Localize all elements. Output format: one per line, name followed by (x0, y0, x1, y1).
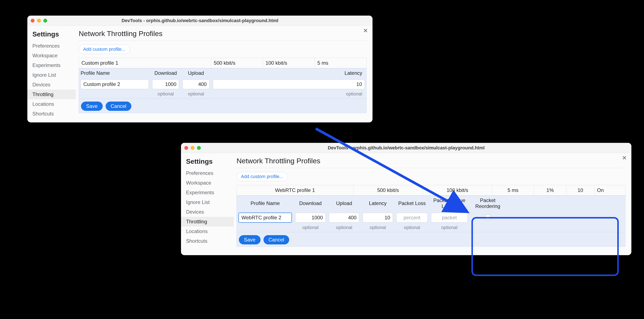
sidebar-item-experiments[interactable]: Experiments (181, 188, 234, 197)
sidebar-item-throttling[interactable]: Throttling (27, 90, 76, 99)
sidebar-item-devices[interactable]: Devices (27, 80, 76, 90)
sidebar-item-workspace[interactable]: Workspace (27, 51, 76, 61)
cancel-button[interactable]: Cancel (106, 102, 132, 111)
latency-input[interactable] (362, 213, 393, 222)
sidebar-item-locations[interactable]: Locations (27, 99, 76, 109)
cancel-button[interactable]: Cancel (264, 235, 290, 244)
profile-upload-cell: 100 kbit/s (263, 58, 315, 68)
sidebar-item-ignore-list[interactable]: Ignore List (181, 197, 234, 207)
save-button[interactable]: Save (239, 235, 260, 244)
sidebar-item-preferences[interactable]: Preferences (27, 41, 76, 51)
sidebar-item-devices[interactable]: Devices (181, 207, 234, 217)
table-row[interactable]: Custom profile 1 500 kbit/s 100 kbit/s 5… (79, 58, 366, 68)
sidebar-item-workspace[interactable]: Workspace (181, 178, 234, 188)
column-header-download: Download (294, 199, 327, 208)
optional-hint: optional (394, 224, 429, 232)
profiles-table: Custom profile 1 500 kbit/s 100 kbit/s 5… (79, 58, 366, 68)
save-button[interactable]: Save (81, 102, 103, 111)
optional-hint: optional (429, 224, 469, 232)
download-input[interactable] (295, 213, 326, 222)
column-header-packet-reordering: Packet Reordering (469, 196, 506, 211)
sidebar-item-shortcuts[interactable]: Shortcuts (27, 109, 76, 119)
profile-name-cell: Custom profile 1 (79, 58, 211, 68)
settings-sidebar: Settings Preferences Workspace Experimen… (27, 26, 76, 122)
profile-download-cell: 500 kbit/s (211, 58, 263, 68)
sidebar-item-experiments[interactable]: Experiments (27, 61, 76, 70)
window-titlebar: DevTools - orphis.github.io/webrtc-sandb… (27, 16, 372, 26)
profile-name-input[interactable] (80, 79, 149, 89)
profile-editor: Profile Name Download Upload Latency Pac… (236, 196, 626, 232)
packet-queue-input[interactable] (431, 213, 468, 222)
settings-heading: Settings (27, 30, 76, 41)
profile-latency-cell: 5 ms (492, 185, 534, 196)
column-header-latency: Latency (211, 69, 366, 78)
sidebar-item-preferences[interactable]: Preferences (181, 168, 234, 178)
profiles-table: WebRTC profile 1 500 kbit/s 100 kbit/s 5… (236, 185, 626, 196)
sidebar-item-ignore-list[interactable]: Ignore List (27, 70, 76, 80)
profile-latency-cell: 5 ms (315, 58, 366, 68)
column-header-name: Profile Name (237, 199, 294, 208)
profile-editor: Profile Name Download Upload Latency opt… (79, 68, 366, 99)
profile-name-cell: WebRTC profile 1 (237, 185, 353, 196)
optional-hint: optional (361, 224, 394, 232)
profile-download-cell: 500 kbit/s (353, 185, 423, 196)
profile-upload-cell: 100 kbit/s (423, 185, 492, 196)
packet-reordering-checkbox[interactable] (485, 214, 490, 220)
page-title: Network Throttling Profiles (236, 157, 626, 168)
column-header-upload: Upload (181, 69, 211, 78)
sidebar-item-throttling[interactable]: Throttling (181, 217, 234, 226)
optional-hint: optional (181, 91, 211, 98)
column-header-download: Download (150, 69, 181, 78)
table-row[interactable]: WebRTC profile 1 500 kbit/s 100 kbit/s 5… (237, 185, 626, 196)
window-title: DevTools - orphis.github.io/webrtc-sandb… (181, 145, 631, 151)
download-input[interactable] (152, 79, 179, 89)
settings-sidebar: Settings Preferences Workspace Experimen… (181, 153, 234, 255)
profile-queue-cell: 10 (566, 185, 594, 196)
column-header-name: Profile Name (79, 69, 150, 78)
column-header-latency: Latency (361, 199, 394, 208)
add-custom-profile-button[interactable]: Add custom profile... (79, 45, 130, 54)
column-header-packet-loss: Packet Loss (394, 199, 429, 208)
optional-hint: optional (211, 91, 366, 98)
optional-hint: optional (294, 224, 327, 232)
upload-input[interactable] (182, 79, 210, 89)
page-title: Network Throttling Profiles (79, 30, 366, 41)
profile-name-input[interactable] (238, 213, 292, 223)
sidebar-item-shortcuts[interactable]: Shortcuts (181, 236, 234, 246)
add-custom-profile-button[interactable]: Add custom profile... (236, 172, 288, 181)
sidebar-item-locations[interactable]: Locations (181, 226, 234, 236)
upload-input[interactable] (329, 213, 359, 222)
latency-input[interactable] (213, 79, 365, 89)
close-icon[interactable]: ✕ (622, 155, 627, 161)
close-icon[interactable]: ✕ (363, 28, 368, 34)
optional-hint: optional (327, 224, 361, 232)
profile-reorder-cell: On (594, 185, 625, 196)
column-header-packet-queue: Packet Queue Length (429, 196, 469, 211)
optional-hint: optional (150, 91, 181, 98)
settings-heading: Settings (181, 157, 234, 168)
window-title: DevTools - orphis.github.io/webrtc-sandb… (27, 18, 372, 23)
column-header-upload: Upload (327, 199, 361, 208)
window-titlebar: DevTools - orphis.github.io/webrtc-sandb… (181, 143, 631, 153)
profile-loss-cell: 1% (534, 185, 566, 196)
packet-loss-input[interactable] (396, 213, 428, 222)
